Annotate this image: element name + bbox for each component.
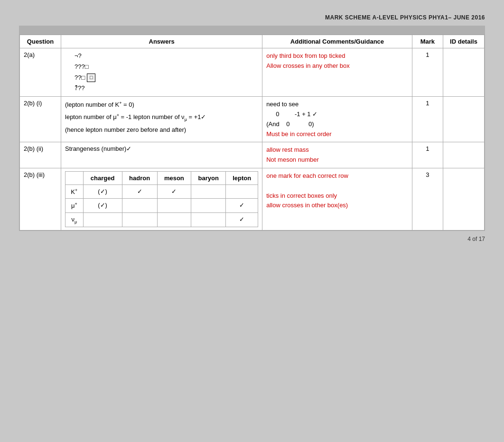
guidance-values: 0 -1 + 1 ✓: [276, 110, 408, 120]
page-number: 4 of 17: [467, 236, 485, 242]
pt-meson-muplus: [157, 199, 191, 212]
pt-charged-numu: [83, 212, 122, 227]
col-mark: Mark: [412, 35, 443, 48]
guidance-cell-2a: only third box from top ticked Allow cro…: [262, 48, 412, 97]
header-title: MARK SCHEME A-LEVEL PHYSICS PHYA1– JUNE …: [325, 14, 485, 21]
gray-divider: [19, 26, 485, 34]
pt-particle-numu: νμ: [65, 212, 84, 227]
pt-charged-muplus: (✓): [83, 199, 122, 212]
tick-row-2: ???□: [75, 62, 258, 72]
pt-lepton-muplus: ✓: [226, 199, 258, 212]
guidance-cell-2bi: need to see 0 -1 + 1 ✓ (And 0 0) Must be…: [262, 97, 412, 142]
pt-particle-muplus: μ+: [65, 199, 84, 212]
answer-2a: ¬? ???□ ??□ □ ?̄??: [65, 51, 258, 93]
answer-cell-2biii: charged hadron meson baryon lepton K+: [61, 168, 262, 230]
answer-2bii: Strangeness (number)✓: [65, 145, 258, 152]
guidance-need: need to see: [266, 100, 408, 110]
guidance-2bii-line1: allow rest mass: [266, 145, 408, 155]
guidance-2a-line2: Allow crosses in any other box: [266, 61, 408, 71]
pt-lepton-numu: ✓: [226, 212, 258, 227]
dash-label: ¬?: [75, 51, 82, 61]
mark-cell-2bii: 1: [412, 142, 443, 168]
pt-row-muplus: μ+ (✓) ✓: [65, 199, 258, 212]
id-cell-2bii: [443, 142, 484, 168]
id-cell-2bi: [443, 97, 484, 142]
pt-baryon-muplus: [191, 199, 226, 212]
guidance-order: Must be in correct order: [266, 129, 408, 139]
pt-col-baryon: baryon: [191, 171, 226, 184]
guidance-and: (And 0 0): [266, 120, 408, 129]
tick-box-area: ¬? ???□ ??□ □ ?̄??: [75, 51, 258, 93]
table-row: 2(b) (ii) Strangeness (number)✓ allow re…: [20, 142, 485, 168]
mark-cell-2a: 1: [412, 48, 443, 97]
footer: 4 of 17: [0, 231, 504, 247]
pt-col-hadron: hadron: [122, 171, 157, 184]
answer-cell-2bi: (lepton number of K+ = 0) lepton number …: [61, 97, 262, 142]
pt-col-particle: [65, 171, 84, 184]
pt-baryon-numu: [191, 212, 226, 227]
guidance-cell-2biii: one mark for each correct row ticks in c…: [262, 168, 412, 230]
col-guidance: Additional Comments/Guidance: [262, 35, 412, 48]
pt-col-lepton: lepton: [226, 171, 258, 184]
col-question: Question: [20, 35, 61, 48]
question-cell-2bi: 2(b) (i): [20, 97, 61, 142]
lepton-line-3: (hence lepton number zero before and aft…: [65, 125, 258, 135]
id-cell-2a: [443, 48, 484, 97]
guidance-2bii-line2: Not meson number: [266, 155, 408, 165]
guidance-2biii-line2: ticks in correct boxes only: [266, 191, 408, 201]
tick-row-4: ?̄??: [75, 83, 258, 93]
pt-meson-numu: [157, 212, 191, 227]
table-row: 2(b) (i) (lepton number of K+ = 0) lepto…: [20, 97, 485, 142]
id-cell-2biii: [443, 168, 484, 230]
pt-baryon-kplus: [191, 184, 226, 198]
col-answers: Answers: [61, 35, 262, 48]
answer-cell-2bii: Strangeness (number)✓: [61, 142, 262, 168]
table-row: 2(b) (iii) charged hadron meson baryon: [20, 168, 485, 230]
pt-charged-kplus: (✓): [83, 184, 122, 198]
pt-hadron-muplus: [122, 199, 157, 212]
pt-col-meson: meson: [157, 171, 191, 184]
mark-cell-2bi: 1: [412, 97, 443, 142]
tick-row-1: ¬?: [75, 51, 258, 61]
answer-cell-2a: ¬? ???□ ??□ □ ?̄??: [61, 48, 262, 97]
pt-hadron-kplus: ✓: [122, 184, 157, 198]
lepton-line-2: lepton number of μ+ = -1 lepton number o…: [65, 112, 258, 123]
row3-label: ??□: [75, 73, 85, 83]
pt-hadron-numu: [122, 212, 157, 227]
main-table: Question Answers Additional Comments/Gui…: [19, 35, 485, 230]
col-id: ID details: [443, 35, 484, 48]
guidance-cell-2bii: allow rest mass Not meson number: [262, 142, 412, 168]
row2-label: ???□: [75, 62, 89, 72]
question-cell-2bii: 2(b) (ii): [20, 142, 61, 168]
question-cell: 2(a): [20, 48, 61, 97]
guidance-2biii-line3: allow crosses in other box(es): [266, 201, 408, 211]
guidance-2a-line1: only third box from top ticked: [266, 51, 408, 61]
page: MARK SCHEME A-LEVEL PHYSICS PHYA1– JUNE …: [0, 0, 504, 442]
tick-box-3: □: [87, 74, 95, 82]
pt-lepton-kplus: [226, 184, 258, 198]
pt-meson-kplus: ✓: [157, 184, 191, 198]
answer-2bi: (lepton number of K+ = 0) lepton number …: [65, 100, 258, 135]
question-cell-2biii: 2(b) (iii): [20, 168, 61, 230]
guidance-2biii-line1: one mark for each correct row: [266, 171, 408, 181]
pt-row-numu: νμ ✓: [65, 212, 258, 227]
particle-table: charged hadron meson baryon lepton K+: [65, 171, 258, 227]
row4-label: ?̄??: [75, 83, 84, 93]
lepton-line-1: (lepton number of K+ = 0): [65, 100, 258, 110]
table-row: 2(a) ¬? ???□: [20, 48, 485, 97]
mark-cell-2biii: 3: [412, 168, 443, 230]
pt-row-kplus: K+ (✓) ✓ ✓: [65, 184, 258, 198]
page-header: MARK SCHEME A-LEVEL PHYSICS PHYA1– JUNE …: [0, 0, 504, 26]
pt-particle-kplus: K+: [65, 184, 84, 198]
tick-row-3: ??□ □: [75, 73, 258, 83]
pt-col-charged: charged: [83, 171, 122, 184]
main-table-container: Question Answers Additional Comments/Gui…: [19, 34, 485, 231]
